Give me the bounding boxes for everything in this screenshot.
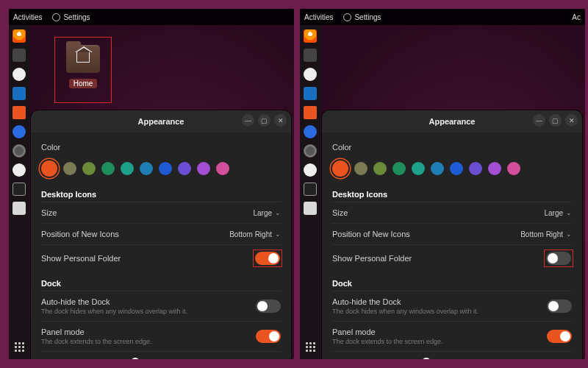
color-swatch[interactable] xyxy=(63,162,76,175)
help-icon[interactable] xyxy=(304,125,317,138)
firefox-icon[interactable] xyxy=(304,29,317,43)
autohide-sub: The dock hides when any windows overlap … xyxy=(41,308,256,315)
position-label: Position of New Icons xyxy=(41,230,229,238)
color-swatch[interactable] xyxy=(216,162,229,175)
color-swatch[interactable] xyxy=(507,162,520,175)
color-swatch[interactable] xyxy=(82,162,96,175)
settings-window: Appearance — ▢ ✕ Color xyxy=(322,110,582,359)
position-row[interactable]: Position of New Icons Bottom Right⌄ xyxy=(41,223,281,244)
minimize-button[interactable]: — xyxy=(533,114,545,127)
color-label: Color xyxy=(41,143,281,152)
iconsize-slider[interactable]: 22 xyxy=(85,358,281,360)
trash-icon[interactable] xyxy=(12,202,26,215)
color-swatch[interactable] xyxy=(354,162,368,175)
desktop-left: Activities Settings Home Appearance xyxy=(9,9,294,359)
iconsize-slider[interactable]: 22 xyxy=(376,358,572,360)
color-swatch[interactable] xyxy=(121,162,134,175)
autohide-label: Auto-hide the Dock xyxy=(41,297,256,306)
maximize-button[interactable]: ▢ xyxy=(549,114,562,127)
show-personal-label: Show Personal Folder xyxy=(41,254,254,263)
color-swatches xyxy=(41,158,281,183)
software-icon[interactable] xyxy=(12,106,26,119)
files-icon[interactable] xyxy=(304,49,317,62)
home-folder-icon[interactable]: Home xyxy=(54,37,112,103)
color-swatch[interactable] xyxy=(469,162,482,175)
trash-icon[interactable] xyxy=(304,202,317,215)
size-value: Large xyxy=(253,209,272,217)
files-icon[interactable] xyxy=(12,49,26,62)
iconsize-row: Icon size 22 xyxy=(332,351,572,359)
color-swatch[interactable] xyxy=(332,160,348,177)
panel-sub: The dock extends to the screen edge. xyxy=(332,338,547,345)
chevron-down-icon: ⌄ xyxy=(275,230,281,238)
panel-sub: The dock extends to the screen edge. xyxy=(41,338,256,345)
color-label: Color xyxy=(332,143,572,152)
app-icon[interactable] xyxy=(304,87,317,100)
firefox-icon[interactable] xyxy=(12,29,26,43)
color-swatch[interactable] xyxy=(392,162,406,175)
color-row: Color xyxy=(41,137,281,158)
size-row[interactable]: Size Large⌄ xyxy=(332,202,572,223)
size-row[interactable]: Size Large⌄ xyxy=(41,202,281,223)
minimize-button[interactable]: — xyxy=(242,114,254,127)
autohide-toggle[interactable] xyxy=(547,300,572,313)
position-value: Bottom Right xyxy=(229,230,272,238)
panel-row: Panel mode The dock extends to the scree… xyxy=(41,321,281,351)
color-swatch[interactable] xyxy=(488,162,501,175)
desktop-icons-section: Desktop Icons xyxy=(41,190,281,199)
close-button[interactable]: ✕ xyxy=(274,114,287,127)
iconsize-value: 22 xyxy=(376,358,390,360)
dock xyxy=(9,25,29,359)
color-swatches xyxy=(332,158,572,183)
autohide-label: Auto-hide the Dock xyxy=(332,297,547,306)
color-swatch[interactable] xyxy=(412,162,425,175)
color-swatch[interactable] xyxy=(41,160,57,177)
iconsize-row: Icon size 22 xyxy=(41,351,281,359)
desktop-icon-label: Home xyxy=(69,79,98,88)
window-titlebar[interactable]: Appearance — ▢ ✕ xyxy=(31,110,291,132)
maximize-button[interactable]: ▢ xyxy=(258,114,270,127)
software-icon[interactable] xyxy=(304,106,317,119)
color-row: Color xyxy=(332,137,572,158)
terminal-icon[interactable] xyxy=(304,183,317,196)
settings-icon[interactable] xyxy=(304,144,317,158)
app-icon[interactable] xyxy=(12,68,26,81)
close-button[interactable]: ✕ xyxy=(565,114,578,127)
show-personal-toggle[interactable] xyxy=(546,252,571,265)
app-icon xyxy=(52,13,60,21)
size-value: Large xyxy=(544,209,563,217)
settings-icon[interactable] xyxy=(12,144,26,158)
app-icon[interactable] xyxy=(304,68,317,81)
color-swatch[interactable] xyxy=(101,162,115,175)
panel-toggle[interactable] xyxy=(256,330,281,343)
autohide-toggle[interactable] xyxy=(256,300,281,313)
color-swatch[interactable] xyxy=(140,162,153,175)
panel-toggle[interactable] xyxy=(547,330,572,343)
show-personal-label: Show Personal Folder xyxy=(332,254,545,263)
show-personal-toggle[interactable] xyxy=(255,252,280,265)
dock-section: Dock xyxy=(332,279,572,288)
color-swatch[interactable] xyxy=(450,162,463,175)
terminal-icon[interactable] xyxy=(12,183,26,196)
position-label: Position of New Icons xyxy=(332,230,520,238)
show-apps-icon[interactable] xyxy=(304,340,317,353)
dock-section: Dock xyxy=(41,279,281,288)
folder-icon xyxy=(66,45,100,73)
color-swatch[interactable] xyxy=(197,162,210,175)
help-icon[interactable] xyxy=(12,125,26,138)
activities-button[interactable]: Activities xyxy=(13,13,42,21)
color-swatch[interactable] xyxy=(159,162,172,175)
color-swatch[interactable] xyxy=(373,162,387,175)
app-title[interactable]: Settings xyxy=(63,13,90,21)
window-titlebar[interactable]: Appearance — ▢ ✕ xyxy=(322,110,582,132)
app-title[interactable]: Settings xyxy=(354,13,381,21)
app-icon[interactable] xyxy=(304,163,317,177)
color-swatch[interactable] xyxy=(431,162,444,175)
activities-button[interactable]: Activities xyxy=(304,13,333,21)
color-swatch[interactable] xyxy=(178,162,191,175)
size-label: Size xyxy=(41,208,253,217)
show-apps-icon[interactable] xyxy=(12,340,26,353)
position-row[interactable]: Position of New Icons Bottom Right⌄ xyxy=(332,223,572,244)
app-icon[interactable] xyxy=(12,163,26,177)
app-icon[interactable] xyxy=(12,87,26,100)
